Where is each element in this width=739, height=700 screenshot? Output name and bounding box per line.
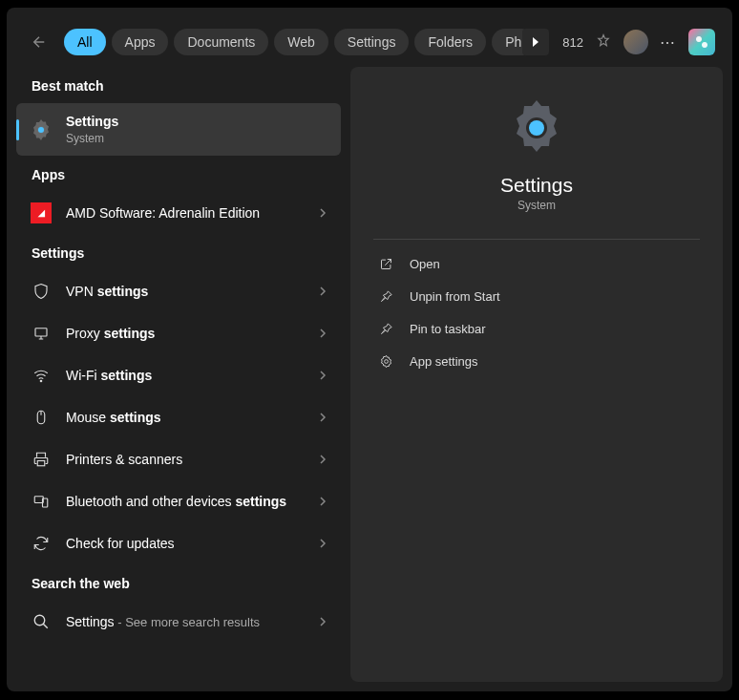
unpin-icon — [377, 287, 394, 305]
result-wifi-settings[interactable]: Wi-Fi settings — [16, 354, 341, 396]
result-amd-software[interactable]: ◢ AMD Software: Adrenalin Edition — [16, 192, 341, 234]
chevron-right-icon — [318, 497, 327, 506]
search-icon — [30, 610, 53, 633]
section-apps: Apps — [16, 156, 341, 192]
tab-photos[interactable]: Ph — [492, 29, 524, 55]
action-label: Unpin from Start — [410, 289, 500, 304]
pin-icon — [377, 320, 394, 337]
result-mouse-settings[interactable]: Mouse settings — [16, 396, 341, 438]
action-app-settings[interactable]: App settings — [373, 345, 700, 377]
action-label: Open — [410, 257, 440, 271]
result-text: Wi-Fi settings — [66, 367, 318, 385]
filter-tabs: All Apps Documents Web Settings Folders … — [64, 29, 524, 55]
proxy-icon — [30, 322, 53, 345]
svg-point-10 — [529, 120, 544, 136]
action-open[interactable]: Open — [373, 247, 700, 280]
tab-folders[interactable]: Folders — [414, 29, 486, 55]
action-pin-taskbar[interactable]: Pin to taskbar — [373, 312, 700, 345]
svg-point-3 — [40, 380, 42, 382]
mouse-icon — [30, 406, 53, 429]
chevron-right-icon — [318, 455, 327, 464]
header: All Apps Documents Web Settings Folders … — [7, 8, 732, 67]
rewards-icon[interactable] — [595, 33, 612, 51]
action-unpin-start[interactable]: Unpin from Start — [373, 280, 700, 312]
result-settings-system[interactable]: Settings System — [16, 103, 341, 156]
result-vpn-settings[interactable]: VPN settings — [16, 270, 341, 312]
chevron-right-icon — [318, 329, 327, 338]
more-button[interactable]: ⋯ — [660, 33, 677, 52]
result-text: Proxy settings — [66, 325, 318, 343]
result-text: Settings System — [66, 113, 327, 146]
svg-rect-6 — [34, 497, 43, 503]
result-printers-scanners[interactable]: Printers & scanners — [16, 438, 341, 480]
gear-icon — [377, 352, 394, 370]
header-right: 812 ⋯ — [562, 29, 715, 55]
content-area: Best match Settings System Apps ◢ AMD So… — [7, 67, 732, 691]
results-list: Best match Settings System Apps ◢ AMD So… — [16, 67, 341, 682]
sync-icon — [30, 532, 53, 555]
wifi-icon — [30, 364, 53, 387]
user-avatar[interactable] — [623, 30, 648, 54]
tab-apps[interactable]: Apps — [112, 29, 169, 55]
preview-title: Settings — [373, 174, 700, 197]
svg-point-11 — [384, 359, 388, 363]
result-proxy-settings[interactable]: Proxy settings — [16, 312, 341, 354]
devices-icon — [30, 490, 53, 513]
result-text: Printers & scanners — [66, 451, 318, 469]
amd-icon: ◢ — [30, 202, 53, 224]
result-text: Check for updates — [66, 535, 318, 553]
chevron-right-icon — [318, 286, 327, 296]
chevron-right-icon — [318, 539, 327, 548]
tab-web[interactable]: Web — [274, 29, 328, 55]
action-label: App settings — [410, 354, 478, 369]
result-text: VPN settings — [66, 283, 318, 301]
result-text: Mouse settings — [66, 409, 318, 427]
result-text: Bluetooth and other devices settings — [66, 493, 318, 511]
preview-settings-icon — [506, 97, 567, 159]
svg-rect-5 — [37, 461, 45, 466]
section-search-web: Search the web — [16, 564, 341, 601]
chevron-right-icon — [318, 371, 327, 380]
result-text: AMD Software: Adrenalin Edition — [66, 204, 318, 223]
result-text: Settings - See more search results — [66, 613, 318, 631]
shield-icon — [30, 280, 53, 303]
tab-all[interactable]: All — [64, 29, 106, 55]
search-results-panel: All Apps Documents Web Settings Folders … — [7, 8, 732, 691]
chevron-right-icon — [318, 413, 327, 422]
svg-point-8 — [34, 615, 45, 626]
rewards-points[interactable]: 812 — [562, 35, 583, 50]
result-web-settings[interactable]: Settings - See more search results — [16, 601, 341, 643]
result-check-updates[interactable]: Check for updates — [16, 522, 341, 564]
action-label: Pin to taskbar — [410, 322, 486, 336]
settings-gear-icon — [30, 118, 53, 141]
tabs-scroll-right[interactable] — [522, 29, 549, 55]
printer-icon — [30, 448, 53, 471]
svg-point-1 — [38, 127, 44, 133]
preview-panel: Settings System Open Unpin from Start Pi… — [350, 67, 723, 682]
action-list: Open Unpin from Start Pin to taskbar App… — [373, 247, 700, 377]
tab-settings[interactable]: Settings — [334, 29, 410, 55]
chevron-right-icon — [318, 617, 327, 626]
section-settings: Settings — [16, 234, 341, 270]
back-button[interactable] — [24, 27, 54, 57]
chevron-right-icon — [318, 208, 327, 218]
open-icon — [377, 255, 394, 272]
tab-documents[interactable]: Documents — [174, 29, 268, 55]
divider — [373, 239, 700, 240]
svg-rect-2 — [35, 329, 47, 336]
copilot-icon[interactable] — [688, 29, 715, 55]
result-bluetooth-devices[interactable]: Bluetooth and other devices settings — [16, 480, 341, 522]
preview-subtitle: System — [373, 199, 700, 212]
section-best-match: Best match — [16, 67, 341, 103]
